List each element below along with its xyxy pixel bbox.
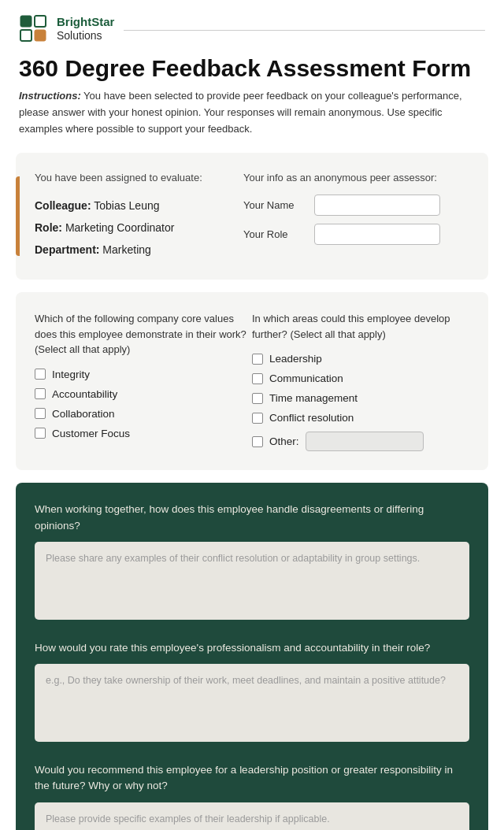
- name-row: Your Name: [243, 195, 469, 216]
- assessor-label: Your info as an anonymous peer assessor:: [243, 172, 469, 183]
- checkbox-integrity-input[interactable]: [35, 369, 46, 380]
- header: BrightStar Solutions: [0, 0, 504, 43]
- evaluatee-card: You have been assigned to evaluate: Coll…: [16, 153, 488, 280]
- checkbox-conflict-resolution-input[interactable]: [252, 413, 263, 424]
- checkbox-customer-focus-input[interactable]: [35, 428, 46, 439]
- textarea-question-3: Would you recommend this employee for a …: [35, 762, 469, 795]
- checkbox-accountability: Accountability: [35, 388, 252, 400]
- checkbox-customer-focus-label: Customer Focus: [52, 428, 130, 439]
- checkbox-leadership-label: Leadership: [269, 353, 322, 365]
- logo-icon: [19, 14, 47, 43]
- other-row: Other:: [252, 432, 469, 451]
- your-name-label: Your Name: [243, 199, 306, 211]
- role-row: Your Role: [243, 224, 469, 245]
- textarea-card: When working together, how does this emp…: [16, 483, 488, 830]
- assessor-info: Your info as an anonymous peer assessor:…: [243, 172, 469, 261]
- svg-rect-3: [35, 30, 46, 41]
- checkbox-time-management-input[interactable]: [252, 393, 263, 404]
- textarea-section-3: Would you recommend this employee for a …: [35, 762, 469, 830]
- svg-rect-0: [20, 16, 32, 27]
- header-line: [124, 30, 485, 31]
- other-text-input[interactable]: [306, 432, 424, 451]
- your-role-label: Your Role: [243, 228, 306, 240]
- checkbox-other-input[interactable]: [252, 436, 263, 447]
- textarea-section-1: When working together, how does this emp…: [35, 502, 469, 623]
- logo-text: BrightStar Solutions: [57, 15, 114, 43]
- textarea-question-2: How would you rate this employee's profe…: [35, 640, 469, 656]
- textarea-input-2[interactable]: [35, 664, 469, 742]
- checkbox-customer-focus: Customer Focus: [35, 428, 252, 439]
- other-label: Other:: [269, 435, 299, 447]
- svg-rect-2: [20, 30, 32, 41]
- checkbox-communication-input[interactable]: [252, 373, 263, 384]
- checkbox-time-management-label: Time management: [269, 392, 358, 404]
- checkbox-accountability-label: Accountability: [52, 388, 117, 400]
- checkbox-collaboration-label: Collaboration: [52, 408, 115, 420]
- textarea-input-1[interactable]: [35, 542, 469, 620]
- checkbox-collaboration: Collaboration: [35, 408, 252, 420]
- textarea-input-3[interactable]: [35, 802, 469, 830]
- develop-areas-question: In which areas could this employee devel…: [252, 311, 469, 342]
- your-name-input[interactable]: [314, 195, 440, 216]
- core-values-col: Which of the following company core valu…: [35, 311, 252, 451]
- card-accent: [16, 176, 20, 256]
- checkbox-integrity: Integrity: [35, 369, 252, 380]
- svg-rect-1: [35, 16, 46, 27]
- checkbox-collaboration-input[interactable]: [35, 408, 46, 419]
- checkbox-time-management: Time management: [252, 392, 469, 404]
- checkbox-leadership-input[interactable]: [252, 354, 263, 365]
- checkbox-integrity-label: Integrity: [52, 369, 90, 380]
- textarea-question-1: When working together, how does this emp…: [35, 502, 469, 534]
- checkboxes-card: Which of the following company core valu…: [16, 292, 488, 470]
- assign-label: You have been assigned to evaluate:: [35, 172, 243, 183]
- core-values-question: Which of the following company core valu…: [35, 311, 252, 358]
- checkbox-communication: Communication: [252, 372, 469, 384]
- checkbox-conflict-resolution-label: Conflict resolution: [269, 412, 354, 424]
- develop-areas-col: In which areas could this employee devel…: [252, 311, 469, 451]
- page-title: 360 Degree Feedback Assessment Form: [0, 43, 504, 88]
- textarea-section-2: How would you rate this employee's profe…: [35, 640, 469, 745]
- checkbox-accountability-input[interactable]: [35, 388, 46, 399]
- your-role-input[interactable]: [314, 224, 440, 245]
- instructions: Instructions: You have been selected to …: [0, 88, 504, 153]
- evaluatee-info: You have been assigned to evaluate: Coll…: [35, 172, 243, 261]
- checkbox-leadership: Leadership: [252, 353, 469, 365]
- checkbox-conflict-resolution: Conflict resolution: [252, 412, 469, 424]
- checkbox-communication-label: Communication: [269, 372, 343, 384]
- colleague-info: Colleague: Tobias Leung Role: Marketing …: [35, 195, 243, 261]
